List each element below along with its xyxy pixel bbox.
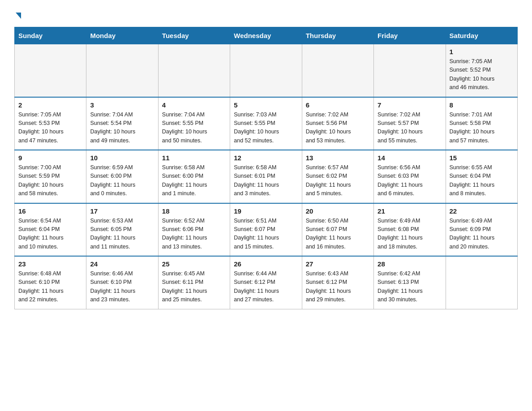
calendar-cell: 26Sunrise: 6:44 AMSunset: 6:12 PMDayligh… — [230, 256, 302, 309]
calendar-table: SundayMondayTuesdayWednesdayThursdayFrid… — [14, 27, 518, 309]
calendar-cell: 23Sunrise: 6:48 AMSunset: 6:10 PMDayligh… — [15, 256, 86, 309]
day-info: Sunrise: 7:04 AMSunset: 5:54 PMDaylight:… — [90, 111, 154, 146]
calendar-week-row: 16Sunrise: 6:54 AMSunset: 6:04 PMDayligh… — [15, 203, 518, 257]
day-info: Sunrise: 7:01 AMSunset: 5:58 PMDaylight:… — [450, 111, 514, 146]
day-number: 5 — [234, 101, 298, 109]
day-info: Sunrise: 6:58 AMSunset: 6:01 PMDaylight:… — [234, 163, 298, 198]
col-header-wednesday: Wednesday — [230, 27, 302, 44]
day-number: 1 — [450, 48, 514, 56]
day-number: 10 — [90, 154, 154, 162]
day-number: 26 — [234, 260, 298, 268]
calendar-cell — [446, 256, 517, 309]
day-number: 19 — [234, 207, 298, 215]
col-header-thursday: Thursday — [302, 27, 373, 44]
calendar-cell: 11Sunrise: 6:58 AMSunset: 6:00 PMDayligh… — [158, 150, 230, 203]
calendar-cell: 6Sunrise: 7:02 AMSunset: 5:56 PMDaylight… — [302, 97, 373, 150]
day-number: 8 — [450, 101, 514, 109]
calendar-cell: 25Sunrise: 6:45 AMSunset: 6:11 PMDayligh… — [158, 256, 230, 309]
col-header-monday: Monday — [86, 27, 158, 44]
calendar-cell — [15, 44, 86, 97]
day-info: Sunrise: 6:46 AMSunset: 6:10 PMDaylight:… — [90, 270, 154, 304]
calendar-week-row: 1Sunrise: 7:05 AMSunset: 5:52 PMDaylight… — [15, 44, 518, 97]
calendar-cell: 20Sunrise: 6:50 AMSunset: 6:07 PMDayligh… — [302, 203, 373, 257]
day-number: 24 — [90, 260, 154, 268]
calendar-cell: 2Sunrise: 7:05 AMSunset: 5:53 PMDaylight… — [15, 97, 86, 150]
day-number: 6 — [306, 101, 370, 109]
day-number: 22 — [450, 207, 514, 215]
day-info: Sunrise: 6:56 AMSunset: 6:03 PMDaylight:… — [378, 163, 442, 198]
calendar-week-row: 2Sunrise: 7:05 AMSunset: 5:53 PMDaylight… — [15, 97, 518, 150]
calendar-cell: 9Sunrise: 7:00 AMSunset: 5:59 PMDaylight… — [15, 150, 86, 203]
day-info: Sunrise: 7:02 AMSunset: 5:56 PMDaylight:… — [306, 111, 370, 146]
col-header-sunday: Sunday — [15, 27, 86, 44]
day-info: Sunrise: 6:51 AMSunset: 6:07 PMDaylight:… — [234, 217, 298, 252]
day-info: Sunrise: 7:05 AMSunset: 5:53 PMDaylight:… — [18, 111, 82, 146]
day-info: Sunrise: 7:00 AMSunset: 5:59 PMDaylight:… — [18, 163, 82, 198]
day-info: Sunrise: 6:54 AMSunset: 6:04 PMDaylight:… — [18, 217, 82, 252]
day-info: Sunrise: 7:02 AMSunset: 5:57 PMDaylight:… — [378, 111, 442, 146]
day-info: Sunrise: 6:53 AMSunset: 6:05 PMDaylight:… — [90, 217, 154, 252]
day-number: 7 — [378, 101, 442, 109]
day-number: 13 — [306, 154, 370, 162]
calendar-cell: 3Sunrise: 7:04 AMSunset: 5:54 PMDaylight… — [86, 97, 158, 150]
day-number: 27 — [306, 260, 370, 268]
calendar-cell: 13Sunrise: 6:57 AMSunset: 6:02 PMDayligh… — [302, 150, 373, 203]
day-number: 20 — [306, 207, 370, 215]
calendar-cell — [230, 44, 302, 97]
day-info: Sunrise: 6:48 AMSunset: 6:10 PMDaylight:… — [18, 270, 82, 304]
calendar-cell: 22Sunrise: 6:49 AMSunset: 6:09 PMDayligh… — [446, 203, 517, 257]
day-info: Sunrise: 6:59 AMSunset: 6:00 PMDaylight:… — [90, 163, 154, 198]
day-number: 28 — [378, 260, 442, 268]
day-number: 11 — [162, 154, 226, 162]
calendar-cell: 16Sunrise: 6:54 AMSunset: 6:04 PMDayligh… — [15, 203, 86, 257]
calendar-cell: 28Sunrise: 6:42 AMSunset: 6:13 PMDayligh… — [374, 256, 446, 309]
calendar-week-row: 9Sunrise: 7:00 AMSunset: 5:59 PMDaylight… — [15, 150, 518, 203]
calendar-cell: 24Sunrise: 6:46 AMSunset: 6:10 PMDayligh… — [86, 256, 158, 309]
calendar-cell: 10Sunrise: 6:59 AMSunset: 6:00 PMDayligh… — [86, 150, 158, 203]
day-info: Sunrise: 6:58 AMSunset: 6:00 PMDaylight:… — [162, 163, 226, 198]
day-number: 25 — [162, 260, 226, 268]
day-number: 16 — [18, 207, 82, 215]
calendar-week-row: 23Sunrise: 6:48 AMSunset: 6:10 PMDayligh… — [15, 256, 518, 309]
calendar-cell: 12Sunrise: 6:58 AMSunset: 6:01 PMDayligh… — [230, 150, 302, 203]
calendar-cell — [302, 44, 373, 97]
day-number: 2 — [18, 101, 82, 109]
day-info: Sunrise: 7:04 AMSunset: 5:55 PMDaylight:… — [162, 111, 226, 146]
col-header-friday: Friday — [374, 27, 446, 44]
day-number: 4 — [162, 101, 226, 109]
logo — [14, 11, 21, 19]
calendar-cell: 17Sunrise: 6:53 AMSunset: 6:05 PMDayligh… — [86, 203, 158, 257]
day-number: 12 — [234, 154, 298, 162]
logo-arrow-icon — [16, 13, 21, 19]
calendar-cell — [158, 44, 230, 97]
day-number: 23 — [18, 260, 82, 268]
day-info: Sunrise: 6:49 AMSunset: 6:09 PMDaylight:… — [450, 217, 514, 252]
calendar-cell: 27Sunrise: 6:43 AMSunset: 6:12 PMDayligh… — [302, 256, 373, 309]
calendar-cell: 18Sunrise: 6:52 AMSunset: 6:06 PMDayligh… — [158, 203, 230, 257]
calendar-cell: 15Sunrise: 6:55 AMSunset: 6:04 PMDayligh… — [446, 150, 517, 203]
calendar-cell — [86, 44, 158, 97]
day-info: Sunrise: 6:50 AMSunset: 6:07 PMDaylight:… — [306, 217, 370, 252]
day-number: 3 — [90, 101, 154, 109]
day-number: 14 — [378, 154, 442, 162]
day-info: Sunrise: 6:44 AMSunset: 6:12 PMDaylight:… — [234, 270, 298, 304]
day-info: Sunrise: 6:57 AMSunset: 6:02 PMDaylight:… — [306, 163, 370, 198]
day-number: 17 — [90, 207, 154, 215]
col-header-saturday: Saturday — [446, 27, 517, 44]
day-info: Sunrise: 7:05 AMSunset: 5:52 PMDaylight:… — [450, 57, 514, 92]
calendar-cell: 19Sunrise: 6:51 AMSunset: 6:07 PMDayligh… — [230, 203, 302, 257]
calendar-cell: 8Sunrise: 7:01 AMSunset: 5:58 PMDaylight… — [446, 97, 517, 150]
day-number: 15 — [450, 154, 514, 162]
calendar-cell: 21Sunrise: 6:49 AMSunset: 6:08 PMDayligh… — [374, 203, 446, 257]
day-info: Sunrise: 6:52 AMSunset: 6:06 PMDaylight:… — [162, 217, 226, 252]
calendar-cell — [374, 44, 446, 97]
day-info: Sunrise: 6:55 AMSunset: 6:04 PMDaylight:… — [450, 163, 514, 198]
day-info: Sunrise: 6:49 AMSunset: 6:08 PMDaylight:… — [378, 217, 442, 252]
calendar-cell: 1Sunrise: 7:05 AMSunset: 5:52 PMDaylight… — [446, 44, 517, 97]
day-info: Sunrise: 6:42 AMSunset: 6:13 PMDaylight:… — [378, 270, 442, 304]
calendar-cell: 4Sunrise: 7:04 AMSunset: 5:55 PMDaylight… — [158, 97, 230, 150]
day-number: 18 — [162, 207, 226, 215]
calendar-cell: 5Sunrise: 7:03 AMSunset: 5:55 PMDaylight… — [230, 97, 302, 150]
col-header-tuesday: Tuesday — [158, 27, 230, 44]
day-number: 21 — [378, 207, 442, 215]
